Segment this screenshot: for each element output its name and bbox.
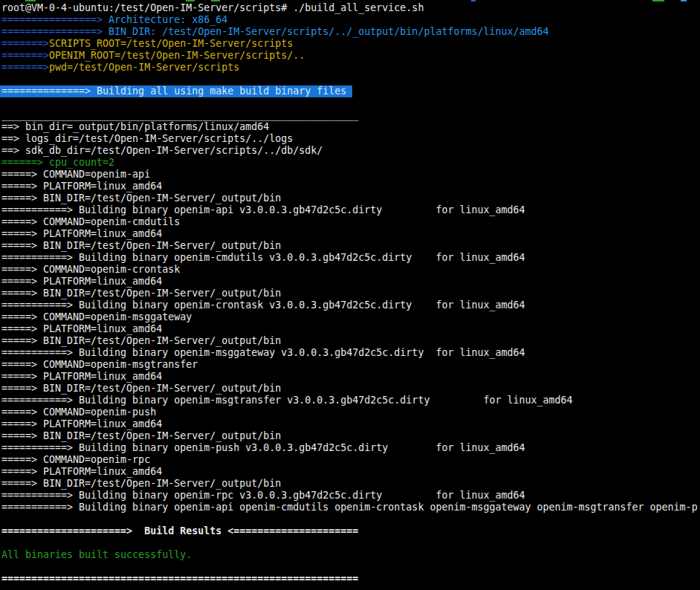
- terminal-text-segment: ==> bin_dir=_output/bin/platforms/linux/…: [1, 121, 269, 132]
- terminal-line: ================> BIN_DIR: /test/Open-IM…: [0, 26, 700, 38]
- terminal-line: =====> COMMAND=openim-api: [0, 169, 700, 181]
- terminal-text-segment: =====> BIN_DIR=/test/Open-IM-Server/_out…: [1, 288, 281, 299]
- terminal-line: [0, 537, 700, 549]
- terminal-text-segment: =====> BIN_DIR=/test/Open-IM-Server/_out…: [1, 430, 281, 441]
- scrollback-remnant-fragment: [471, 0, 476, 1]
- terminal-text-segment: =======>: [1, 50, 49, 61]
- terminal-line: =======>pwd=/test/Open-IM-Server/scripts: [0, 62, 700, 74]
- terminal-text-segment: root@VM-0-4-ubuntu:/test/Open-IM-Server/…: [1, 2, 424, 13]
- terminal-line: ================> Architecture: x86_64: [0, 14, 700, 26]
- scrollback-remnant: [0, 0, 700, 2]
- terminal-text-segment: ===========> Building binary openim-rpc …: [1, 490, 525, 501]
- terminal-line: ==> bin_dir=_output/bin/platforms/linux/…: [0, 121, 700, 133]
- terminal-output: root@VM-0-4-ubuntu:/test/Open-IM-Server/…: [0, 0, 700, 585]
- terminal-text-segment: OPENIM_ROOT=/test/Open-IM-Server/scripts…: [49, 50, 305, 61]
- terminal-text-segment: ===========> Building binary openim-msgt…: [1, 395, 573, 406]
- terminal-line: =====> BIN_DIR=/test/Open-IM-Server/_out…: [0, 240, 700, 252]
- terminal-line: [0, 74, 700, 85]
- terminal-text-segment: =====> PLATFORM=linux_amd64: [1, 228, 162, 239]
- terminal-line: =====> COMMAND=openim-crontask: [0, 264, 700, 276]
- terminal-line: root@VM-0-4-ubuntu:/test/Open-IM-Server/…: [0, 2, 700, 14]
- terminal-line: =====> BIN_DIR=/test/Open-IM-Server/_out…: [0, 430, 700, 442]
- terminal-line: ==============> Building all using make …: [0, 85, 352, 97]
- terminal-line: ________________________________________…: [0, 109, 700, 121]
- terminal-text-segment: ==> logs_dir=/test/Open-IM-Server/script…: [1, 133, 293, 144]
- terminal-line: =====> BIN_DIR=/test/Open-IM-Server/_out…: [0, 288, 700, 299]
- terminal-line: =====> PLATFORM=linux_amd64: [0, 466, 700, 478]
- terminal-text-segment: =====> COMMAND=openim-push: [1, 406, 156, 418]
- terminal-text-segment: =====> PLATFORM=linux_amd64: [1, 323, 162, 334]
- terminal-line: =====> COMMAND=openim-cmdutils: [0, 216, 700, 228]
- terminal-line: [0, 97, 700, 109]
- terminal-line: =====> PLATFORM=linux_amd64: [0, 418, 700, 430]
- terminal-line: All binaries built successfully.: [0, 549, 700, 561]
- terminal-text-segment: =====> COMMAND=openim-cmdutils: [1, 216, 180, 227]
- terminal-text-segment: ================>: [1, 26, 103, 37]
- terminal-text-segment: ===========> Building binary openim-msgg…: [1, 347, 525, 358]
- terminal-line: ===========> Building binary openim-cmdu…: [0, 252, 700, 264]
- terminal-text-segment: =====> COMMAND=openim-rpc: [1, 454, 150, 465]
- terminal-text-segment: =====> PLATFORM=linux_amd64: [1, 371, 162, 382]
- terminal-line: =====> PLATFORM=linux_amd64: [0, 181, 700, 192]
- terminal-text-segment: ===========> Building binary openim-api …: [1, 204, 525, 215]
- scrollback-remnant-fragment: [681, 0, 687, 1]
- terminal-text-segment: ==> sdk_db_dir=/test/Open-IM-Server/scri…: [1, 145, 323, 156]
- terminal-text-segment: =====> PLATFORM=linux_amd64: [1, 466, 162, 477]
- terminal-text-segment: ===========> Building binary openim-cmdu…: [1, 252, 525, 263]
- terminal-text-segment: ======> cpu_count=2: [1, 157, 114, 168]
- terminal-line: ==> logs_dir=/test/Open-IM-Server/script…: [0, 133, 700, 145]
- terminal-line: =====> COMMAND=openim-msgtransfer: [0, 359, 700, 371]
- terminal-text-segment: =====> PLATFORM=linux_amd64: [1, 276, 162, 287]
- terminal-line: =====> BIN_DIR=/test/Open-IM-Server/_out…: [0, 335, 700, 347]
- terminal-text-segment: pwd=/test/Open-IM-Server/scripts: [49, 62, 239, 73]
- terminal-line: =====> BIN_DIR=/test/Open-IM-Server/_out…: [0, 383, 700, 395]
- terminal-text-segment: =======>: [1, 38, 49, 49]
- terminal-text-segment: SCRIPTS_ROOT=/test/Open-IM-Server/script…: [49, 38, 293, 49]
- terminal-line: ===========> Building binary openim-rpc …: [0, 490, 700, 502]
- terminal-line: [0, 561, 700, 573]
- terminal-line: =======>SCRIPTS_ROOT=/test/Open-IM-Serve…: [0, 38, 700, 50]
- terminal-text-segment: ===========> Building binary openim-api …: [1, 502, 698, 513]
- terminal-line: ===========> Building binary openim-api …: [0, 204, 700, 216]
- scrollback-remnant-fragment: [652, 0, 664, 1]
- terminal-line: [0, 513, 700, 525]
- terminal-text-segment: =====> BIN_DIR=/test/Open-IM-Server/_out…: [1, 240, 281, 251]
- terminal-text-segment: BIN_DIR: /test/Open-IM-Server/scripts/..…: [103, 26, 548, 37]
- terminal-line: =====> BIN_DIR=/test/Open-IM-Server/_out…: [0, 478, 700, 490]
- terminal-text-segment: =====> BIN_DIR=/test/Open-IM-Server/_out…: [1, 192, 281, 204]
- terminal-line: =====> COMMAND=openim-rpc: [0, 454, 700, 466]
- terminal-text-segment: =====> BIN_DIR=/test/Open-IM-Server/_out…: [1, 383, 281, 394]
- terminal-text-segment: =======>: [1, 62, 49, 73]
- terminal-text-segment: ________________________________________…: [1, 109, 358, 120]
- terminal-line: =====================> Build Results <==…: [0, 525, 700, 537]
- terminal-text-segment: =====> PLATFORM=linux_amd64: [1, 181, 162, 192]
- terminal-line: ==> sdk_db_dir=/test/Open-IM-Server/scri…: [0, 145, 700, 157]
- terminal-text-segment: ==============> Building all using make …: [1, 85, 352, 97]
- terminal-line: =====> PLATFORM=linux_amd64: [0, 228, 700, 240]
- terminal-text-segment: =====> COMMAND=openim-msggateway: [1, 311, 192, 322]
- terminal-line: =======>OPENIM_ROOT=/test/Open-IM-Server…: [0, 50, 700, 62]
- terminal-text-segment: =====> BIN_DIR=/test/Open-IM-Server/_out…: [1, 478, 281, 489]
- scrollback-remnant-fragment: [211, 0, 220, 1]
- terminal-text-segment: =====> COMMAND=openim-crontask: [1, 264, 180, 275]
- terminal-line: ===========> Building binary openim-msgt…: [0, 395, 700, 406]
- terminal-window[interactable]: root@VM-0-4-ubuntu:/test/Open-IM-Server/…: [0, 0, 700, 590]
- terminal-text-segment: Architecture: x86_64: [103, 14, 227, 25]
- terminal-line: =====> COMMAND=openim-msggateway: [0, 311, 700, 323]
- terminal-text-segment: =====================> Build Results <==…: [1, 525, 358, 536]
- terminal-text-segment: All binaries built successfully.: [1, 549, 192, 560]
- terminal-text-segment: =====> BIN_DIR=/test/Open-IM-Server/_out…: [1, 335, 281, 346]
- terminal-line: ======> cpu_count=2: [0, 157, 700, 169]
- terminal-line: ===========> Building binary openim-msgg…: [0, 347, 700, 359]
- terminal-text-segment: ========================================…: [1, 573, 358, 584]
- terminal-line: ========================================…: [0, 573, 700, 585]
- terminal-line: =====> COMMAND=openim-push: [0, 406, 700, 418]
- terminal-line: =====> PLATFORM=linux_amd64: [0, 371, 700, 383]
- terminal-text-segment: =====> PLATFORM=linux_amd64: [1, 418, 162, 429]
- terminal-line: ===========> Building binary openim-api …: [0, 502, 700, 513]
- scrollback-remnant-fragment: [186, 0, 195, 1]
- terminal-line: =====> BIN_DIR=/test/Open-IM-Server/_out…: [0, 192, 700, 204]
- terminal-line: ===========> Building binary openim-cron…: [0, 299, 700, 311]
- terminal-text-segment: =====> COMMAND=openim-api: [1, 169, 150, 180]
- terminal-text-segment: ===========> Building binary openim-push…: [1, 442, 525, 453]
